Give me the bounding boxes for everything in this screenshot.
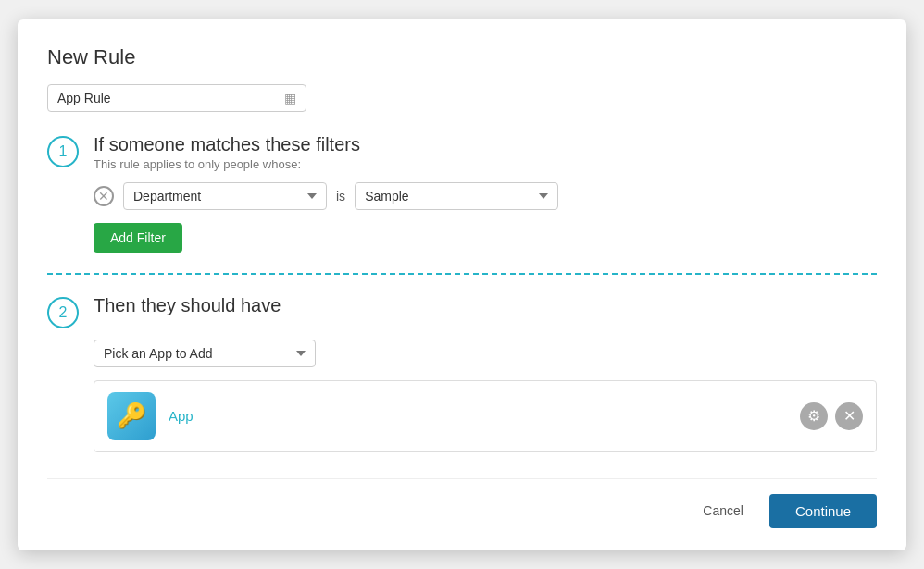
remove-filter-button[interactable]: ✕ bbox=[94, 186, 114, 206]
filter-row: ✕ Department is Sample bbox=[94, 182, 877, 210]
pick-app-select[interactable]: Pick an App to Add bbox=[94, 340, 316, 367]
section2-body: Pick an App to Add 🔑 App ⚙ ✕ bbox=[94, 340, 877, 452]
department-select[interactable]: Department bbox=[123, 182, 327, 210]
remove-icon: ✕ bbox=[98, 189, 109, 204]
section2-header: 2 Then they should have bbox=[47, 295, 877, 328]
is-label: is bbox=[336, 189, 345, 204]
step-1-circle: 1 bbox=[47, 136, 79, 167]
modal-title: New Rule bbox=[47, 45, 877, 69]
app-icon-box: 🔑 bbox=[107, 392, 156, 440]
step-2-circle: 2 bbox=[47, 297, 79, 328]
add-filter-button[interactable]: Add Filter bbox=[94, 223, 182, 253]
calendar-icon: ▦ bbox=[284, 91, 296, 105]
new-rule-modal: New Rule ▦ 1 If someone matches these fi… bbox=[18, 19, 906, 550]
app-name-label: App bbox=[169, 408, 194, 424]
modal-footer: Cancel Continue bbox=[47, 478, 877, 528]
continue-button[interactable]: Continue bbox=[769, 494, 877, 528]
app-key-icon: 🔑 bbox=[117, 402, 146, 430]
close-icon: ✕ bbox=[843, 407, 855, 425]
section2-title: Then they should have bbox=[94, 295, 281, 316]
app-settings-button[interactable]: ⚙ bbox=[800, 402, 828, 430]
rule-name-field-wrapper: ▦ bbox=[47, 84, 306, 112]
app-card: 🔑 App ⚙ ✕ bbox=[94, 380, 877, 452]
section2-title-block: Then they should have bbox=[94, 295, 281, 316]
section1-header: 1 If someone matches these filters This … bbox=[47, 134, 877, 171]
filter-value-select[interactable]: Sample bbox=[355, 182, 558, 210]
app-remove-button[interactable]: ✕ bbox=[835, 402, 863, 430]
app-card-actions: ⚙ ✕ bbox=[800, 402, 863, 430]
gear-icon: ⚙ bbox=[807, 407, 820, 425]
section-divider bbox=[47, 273, 877, 275]
section-filters: 1 If someone matches these filters This … bbox=[47, 134, 877, 253]
section1-title: If someone matches these filters bbox=[94, 134, 360, 155]
cancel-button[interactable]: Cancel bbox=[688, 494, 758, 528]
section-apps: 2 Then they should have Pick an App to A… bbox=[47, 295, 877, 452]
section1-subtitle: This rule applies to only people whose: bbox=[94, 157, 360, 171]
section1-title-block: If someone matches these filters This ru… bbox=[94, 134, 360, 171]
rule-name-input[interactable] bbox=[57, 91, 284, 105]
